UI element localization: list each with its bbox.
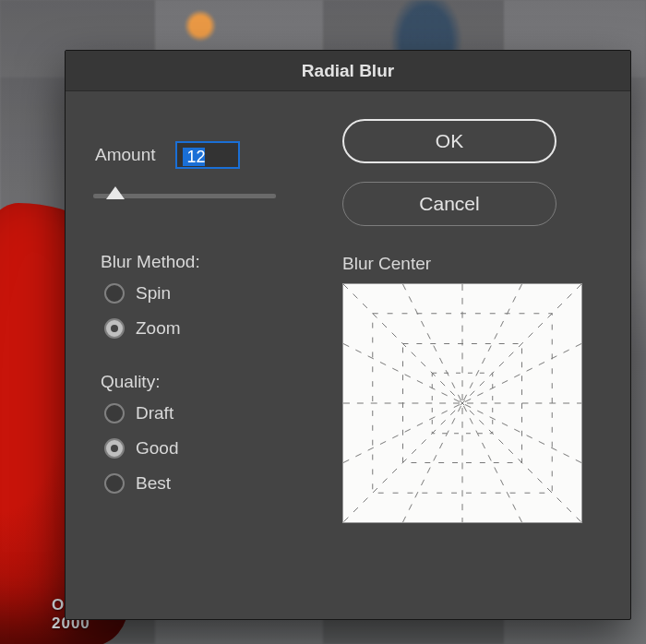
- radio-label: Best: [136, 473, 171, 494]
- amount-input[interactable]: 12: [175, 141, 240, 169]
- quality-option-best[interactable]: Best: [104, 473, 294, 494]
- dialog-title: Radial Blur: [66, 51, 630, 91]
- cancel-button[interactable]: Cancel: [342, 182, 556, 226]
- radio-label: Spin: [136, 283, 171, 304]
- radio-indicator: [104, 438, 125, 459]
- slider-thumb[interactable]: [106, 186, 125, 199]
- blur-method-option-zoom[interactable]: Zoom: [104, 318, 294, 339]
- radio-label: Zoom: [136, 318, 181, 339]
- blur-method-label: Blur Method:: [101, 252, 294, 272]
- blur-center-label: Blur Center: [342, 254, 604, 274]
- ok-button[interactable]: OK: [342, 119, 556, 163]
- blur-center-preview[interactable]: [342, 283, 582, 523]
- amount-slider[interactable]: [93, 184, 276, 204]
- quality-option-draft[interactable]: Draft: [104, 403, 294, 423]
- radio-label: Draft: [136, 403, 173, 423]
- radio-indicator: [104, 473, 125, 494]
- amount-label: Amount: [95, 145, 155, 165]
- radio-indicator: [104, 283, 125, 304]
- quality-option-good[interactable]: Good: [104, 438, 294, 459]
- radio-indicator: [104, 318, 125, 339]
- radio-indicator: [104, 403, 125, 423]
- radial-blur-dialog: Radial Blur Amount 12 Blur Method: SpinZ…: [65, 50, 631, 620]
- quality-label: Quality:: [101, 372, 294, 392]
- radio-label: Good: [136, 438, 178, 459]
- blur-method-option-spin[interactable]: Spin: [104, 283, 294, 304]
- svg-line-1: [343, 284, 581, 522]
